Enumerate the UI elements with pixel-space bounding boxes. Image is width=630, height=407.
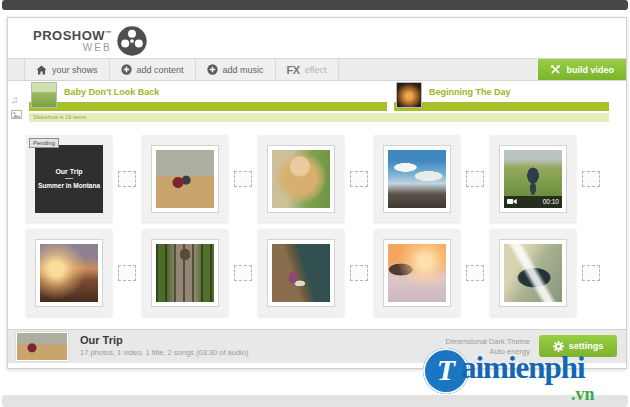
insert-slide-dropzone[interactable] (580, 135, 602, 222)
photo-slide-cell[interactable] (374, 229, 460, 316)
song-1-album-art[interactable] (31, 82, 57, 108)
photo-frame (383, 239, 451, 307)
crossed-tools-icon (550, 64, 561, 75)
show-title: Our Trip (80, 334, 123, 346)
sea-rock-at-sunset-thumbnail (388, 244, 446, 302)
song-1-title: Baby Don't Look Back (64, 87, 159, 97)
photo-frame (499, 239, 567, 307)
song-timeline-bar-2[interactable] (394, 102, 609, 111)
slides-timeline-bar[interactable]: Slideshow is 19 items (29, 113, 609, 122)
photo-frame (267, 239, 335, 307)
timeline-row-icons: ♫ (11, 95, 23, 119)
video-slide-cell[interactable]: 00:10 (490, 135, 576, 222)
slide-row (26, 229, 611, 316)
dashed-placeholder (582, 171, 600, 187)
song-2-title: Beginning The Day (429, 87, 511, 97)
photo-slide-cell[interactable] (490, 229, 576, 316)
proshow-web-screen: PROSHOW™ WEB your shows add content (0, 0, 630, 407)
photo-frame (151, 145, 219, 213)
title-slide: Our TripSummer in Montana (35, 145, 103, 213)
photo-slide-cell[interactable] (374, 135, 460, 222)
photo-slide-cell[interactable] (142, 135, 228, 222)
show-meta: 17 photos, 1 video, 1 title, 2 songs (03… (80, 348, 248, 357)
dashed-placeholder (234, 171, 252, 187)
photo-frame: 00:10 (499, 145, 567, 213)
fx-icon: FX (287, 64, 300, 76)
pending-badge: Pending (29, 138, 59, 148)
photo-slide-cell[interactable] (258, 229, 344, 316)
clouds-over-mountains-thumbnail (388, 150, 446, 208)
photo-frame (383, 145, 451, 213)
black-sneakers-thumbnail (504, 244, 562, 302)
plus-circle-icon (121, 64, 132, 75)
couple-sitting-on-beach-thumbnail (156, 150, 214, 208)
dashed-placeholder (582, 265, 600, 281)
woman-on-rocks-by-lake-thumbnail (272, 244, 330, 302)
dashed-placeholder (466, 171, 484, 187)
video-duration: 00:10 (543, 198, 559, 205)
photo-frame (35, 239, 103, 307)
video-duration-bar: 00:10 (504, 196, 562, 208)
watermark-name: aimienphi (461, 350, 585, 386)
dashed-placeholder (350, 265, 368, 281)
song-timeline-bar-1[interactable] (29, 102, 387, 111)
watermark-tld: .vn (571, 384, 595, 405)
dashed-placeholder (118, 265, 136, 281)
show-thumbnail (16, 332, 68, 361)
dashed-placeholder (466, 265, 484, 281)
dashed-placeholder (350, 171, 368, 187)
brand-name: PROSHOW™ (33, 29, 112, 42)
add-content-button[interactable]: add content (110, 59, 196, 80)
photo-slide-cell[interactable] (26, 229, 112, 316)
dashed-placeholder (234, 265, 252, 281)
insert-slide-dropzone[interactable] (464, 135, 486, 222)
slide-grid: Our TripSummer in MontanaPending00:10 (26, 135, 611, 323)
photo-frame (267, 145, 335, 213)
browser-top-strip (2, 0, 628, 10)
hiker-with-backpack-thumbnail: 00:10 (504, 150, 562, 208)
proshow-logo: PROSHOW™ WEB (33, 25, 148, 57)
build-video-button[interactable]: build video (538, 59, 626, 80)
smiling-woman-portrait-thumbnail (272, 150, 330, 208)
insert-slide-dropzone[interactable] (116, 229, 138, 316)
photo-frame (151, 239, 219, 307)
dog-on-footbridge-thumbnail (156, 244, 214, 302)
insert-slide-dropzone[interactable] (348, 229, 370, 316)
insert-slide-dropzone[interactable] (116, 135, 138, 222)
insert-slide-dropzone[interactable] (232, 135, 254, 222)
insert-slide-dropzone[interactable] (348, 135, 370, 222)
video-camera-icon (507, 198, 517, 205)
your-shows-button[interactable]: your shows (24, 59, 110, 80)
taimienphi-watermark: T aimienphi .vn (423, 348, 623, 404)
main-toolbar: your shows add content add music FX effe… (8, 58, 626, 81)
insert-slide-dropzone[interactable] (464, 229, 486, 316)
film-reel-icon (116, 25, 148, 57)
brand-sub: WEB (83, 43, 112, 53)
mountain-sunset-landscape-thumbnail (40, 244, 98, 302)
song-2-album-art[interactable] (396, 82, 422, 108)
home-icon (36, 65, 47, 75)
title-slide-cell[interactable]: Our TripSummer in MontanaPending (26, 135, 112, 222)
photo-slide-cell[interactable] (142, 229, 228, 316)
slides-icon (11, 110, 22, 119)
fx-effect-button[interactable]: FX effect (276, 59, 339, 80)
slide-row: Our TripSummer in MontanaPending00:10 (26, 135, 611, 222)
insert-slide-dropzone[interactable] (232, 229, 254, 316)
music-note-icon: ♫ (11, 95, 23, 105)
add-music-button[interactable]: add music (196, 59, 276, 80)
photo-slide-cell[interactable] (258, 135, 344, 222)
plus-circle-icon (207, 64, 218, 75)
app-window: PROSHOW™ WEB your shows add content (7, 17, 627, 369)
insert-slide-dropzone[interactable] (580, 229, 602, 316)
dashed-placeholder (118, 171, 136, 187)
